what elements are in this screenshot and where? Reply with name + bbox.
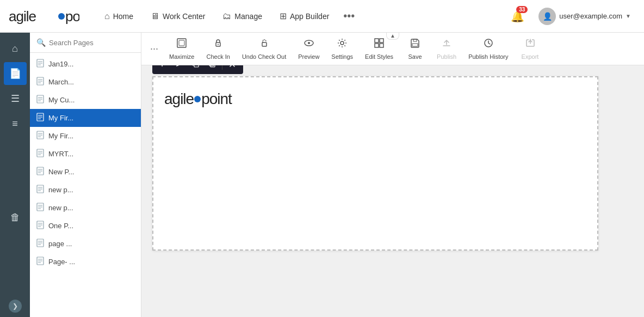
page-item[interactable]: new p...: [30, 199, 141, 217]
edit-styles-icon: [374, 38, 385, 51]
avatar: 👤: [538, 8, 556, 25]
save-button[interactable]: Save: [400, 34, 430, 63]
workcenter-nav-icon: 🖥: [151, 11, 159, 21]
toolbar-collapse-button[interactable]: ▲: [386, 32, 399, 40]
search-input[interactable]: [49, 39, 140, 47]
check-in-label: Check In: [206, 53, 230, 60]
page-item[interactable]: Page- ...: [30, 253, 141, 271]
nav-app-builder[interactable]: ⊞ App Builder: [272, 7, 337, 26]
undo-checkout-label: Undo Check Out: [242, 53, 286, 60]
maximize-button[interactable]: Maximize: [164, 34, 200, 63]
page-name: One P...: [48, 222, 73, 230]
preview-icon: [304, 38, 314, 51]
svg-text:point: point: [65, 8, 79, 25]
sidebar-expand-button[interactable]: ❯: [9, 300, 22, 313]
top-navigation: agile point ⌂ Home 🖥 Work Center 🗂 Manag…: [0, 0, 644, 33]
publish-label: Publish: [437, 53, 456, 60]
canvas-frame[interactable]: agile point: [152, 76, 598, 251]
page-icon: [36, 257, 44, 267]
maximize-label: Maximize: [169, 53, 194, 60]
widget-copy-button[interactable]: [188, 65, 203, 72]
page-name: My Fir...: [48, 132, 73, 140]
save-label: Save: [408, 53, 422, 60]
nav-manage-label: Manage: [234, 12, 262, 21]
publish-icon: [441, 38, 452, 51]
settings-label: Settings: [331, 53, 353, 60]
notification-button[interactable]: 🔔 33: [507, 6, 528, 27]
home-nav-icon: ⌂: [104, 11, 110, 21]
svg-rect-25: [375, 44, 379, 47]
svg-point-21: [308, 42, 310, 44]
svg-rect-26: [380, 44, 383, 47]
publish-history-label: Publish History: [468, 53, 508, 60]
page-item[interactable]: Jan19...: [30, 55, 141, 73]
page-icon: [36, 95, 44, 105]
page-name: Jan19...: [48, 60, 73, 68]
toolbar-more-button[interactable]: ···: [146, 39, 163, 59]
page-icon: [36, 113, 44, 123]
svg-rect-16: [179, 40, 184, 46]
sidebar-item-pages[interactable]: 📄: [4, 62, 27, 85]
page-item[interactable]: page ...: [30, 235, 141, 253]
search-icon: 🔍: [36, 38, 46, 47]
nav-items: ⌂ Home 🖥 Work Center 🗂 Manage ⊞ App Buil…: [97, 5, 503, 27]
nav-home[interactable]: ⌂ Home: [97, 7, 141, 26]
logo[interactable]: agile point: [9, 7, 79, 26]
page-name: Page- ...: [48, 258, 75, 266]
nav-right: 🔔 33 👤 user@example.com ▼: [507, 5, 635, 27]
page-item[interactable]: new p...: [30, 181, 141, 199]
svg-point-1: [58, 13, 65, 20]
page-item[interactable]: New P...: [30, 163, 141, 181]
page-name: MYRT...: [48, 150, 73, 158]
settings-button[interactable]: Settings: [326, 34, 358, 63]
settings-icon: [337, 38, 348, 51]
sidebar-item-home[interactable]: ⌂: [4, 37, 27, 60]
preview-button[interactable]: Preview: [293, 34, 325, 63]
page-name: My Fir...: [48, 114, 73, 122]
page-item[interactable]: One P...: [30, 217, 141, 235]
page-item[interactable]: My Fir...: [30, 109, 141, 127]
widget-select-button[interactable]: [156, 65, 171, 72]
toolbar-area: ▲ ··· Maximize: [141, 33, 644, 317]
page-icon: [36, 167, 44, 177]
publish-history-icon: [483, 38, 494, 51]
edit-styles-label: Edit Styles: [365, 53, 393, 60]
logo-point-text: point: [201, 90, 232, 108]
main-layout: ⌂ 📄 ☰ ≡ 🗑 ❯ 🔍 Jan19... March...: [0, 33, 644, 317]
widget-duplicate-button[interactable]: [205, 65, 220, 72]
user-profile-button[interactable]: 👤 user@example.com ▼: [534, 5, 635, 27]
sidebar-item-trash[interactable]: 🗑: [4, 206, 27, 229]
sidebar-item-text[interactable]: ≡: [4, 112, 27, 135]
publish-button[interactable]: Publish: [431, 34, 462, 63]
user-name: user@example.com: [559, 12, 622, 20]
svg-rect-31: [209, 65, 214, 66]
check-in-button[interactable]: Check In: [201, 34, 235, 63]
widget-delete-button[interactable]: [225, 65, 240, 72]
save-icon: [410, 38, 420, 51]
export-label: Export: [522, 53, 539, 60]
chevron-down-icon: ▼: [626, 13, 631, 19]
manage-nav-icon: 🗂: [222, 11, 231, 21]
page-icon: [36, 131, 44, 141]
nav-work-center[interactable]: 🖥 Work Center: [143, 7, 213, 26]
sidebar-item-list[interactable]: ☰: [4, 87, 27, 110]
page-item[interactable]: My Cu...: [30, 91, 141, 109]
undo-check-out-button[interactable]: Undo Check Out: [237, 34, 292, 63]
page-item[interactable]: March...: [30, 73, 141, 91]
svg-rect-23: [375, 39, 379, 42]
svg-rect-30: [194, 65, 199, 67]
maximize-icon: [176, 38, 187, 51]
svg-point-22: [340, 41, 344, 45]
page-icon: [36, 185, 44, 195]
publish-history-button[interactable]: Publish History: [463, 34, 513, 63]
page-item[interactable]: MYRT...: [30, 145, 141, 163]
svg-rect-24: [380, 39, 383, 42]
nav-more-button[interactable]: •••: [339, 5, 359, 27]
nav-manage[interactable]: 🗂 Manage: [215, 7, 270, 26]
widget-edit-button[interactable]: [172, 65, 187, 72]
page-item[interactable]: My Fir...: [30, 127, 141, 145]
logo-agile-text: agile: [164, 90, 194, 108]
pages-panel: 🔍 Jan19... March... My Cu...: [30, 33, 141, 317]
export-button[interactable]: Export: [515, 34, 546, 63]
page-icon: [36, 149, 44, 159]
